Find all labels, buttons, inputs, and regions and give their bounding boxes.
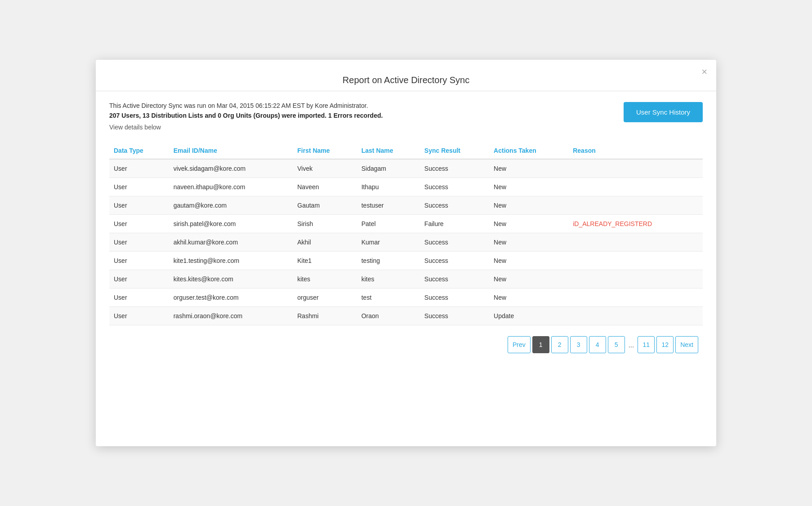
cell-first-name: Kite1	[293, 252, 357, 270]
cell-sync-result: Success	[420, 178, 489, 196]
cell-email: kites.kites@kore.com	[169, 270, 293, 289]
cell-data-type: User	[109, 289, 169, 307]
cell-sync-result: Success	[420, 196, 489, 215]
col-first-name: First Name	[293, 142, 357, 159]
cell-last-name: Sidagam	[357, 159, 420, 178]
cell-actions-taken: New	[489, 270, 568, 289]
table-row: Userkites.kites@kore.comkiteskitesSucces…	[109, 270, 703, 289]
cell-last-name: testing	[357, 252, 420, 270]
cell-sync-result: Success	[420, 233, 489, 252]
cell-data-type: User	[109, 252, 169, 270]
table-row: Userakhil.kumar@kore.comAkhilKumarSucces…	[109, 233, 703, 252]
page-11-button[interactable]: 11	[638, 336, 655, 353]
page-5-button[interactable]: 5	[608, 336, 625, 353]
modal-title: Report on Active Directory Sync	[107, 68, 705, 91]
page-1-button[interactable]: 1	[532, 336, 549, 353]
cell-last-name: testuser	[357, 196, 420, 215]
cell-actions-taken: New	[489, 159, 568, 178]
sync-table: Data Type Email ID/Name First Name Last …	[109, 142, 703, 325]
table-row: Userkite1.testing@kore.comKite1testingSu…	[109, 252, 703, 270]
table-row: Usergautam@kore.comGautamtestuserSuccess…	[109, 196, 703, 215]
cell-reason	[568, 289, 703, 307]
col-reason: Reason	[568, 142, 703, 159]
cell-email: vivek.sidagam@kore.com	[169, 159, 293, 178]
table-row: Uservivek.sidagam@kore.comVivekSidagamSu…	[109, 159, 703, 178]
table-body: Uservivek.sidagam@kore.comVivekSidagamSu…	[109, 159, 703, 325]
cell-first-name: kites	[293, 270, 357, 289]
cell-data-type: User	[109, 307, 169, 325]
cell-email: rashmi.oraon@kore.com	[169, 307, 293, 325]
cell-reason	[568, 307, 703, 325]
cell-actions-taken: New	[489, 233, 568, 252]
cell-first-name: Sirish	[293, 215, 357, 233]
sync-info-line1: This Active Directory Sync was run on Ma…	[109, 102, 383, 109]
col-email: Email ID/Name	[169, 142, 293, 159]
cell-first-name: Akhil	[293, 233, 357, 252]
cell-reason	[568, 233, 703, 252]
cell-last-name: Oraon	[357, 307, 420, 325]
cell-sync-result: Success	[420, 289, 489, 307]
col-last-name: Last Name	[357, 142, 420, 159]
col-actions-taken: Actions Taken	[489, 142, 568, 159]
cell-last-name: Kumar	[357, 233, 420, 252]
user-sync-history-button[interactable]: User Sync History	[624, 102, 703, 122]
col-sync-result: Sync Result	[420, 142, 489, 159]
cell-email: akhil.kumar@kore.com	[169, 233, 293, 252]
cell-reason	[568, 159, 703, 178]
table-row: Userorguser.test@kore.comorgusertestSucc…	[109, 289, 703, 307]
table-row: Usernaveen.ithapu@kore.comNaveenIthapuSu…	[109, 178, 703, 196]
cell-sync-result: Success	[420, 252, 489, 270]
table-header-row: Data Type Email ID/Name First Name Last …	[109, 142, 703, 159]
pagination: Prev 1 2 3 4 5 ... 11 12 Next	[109, 325, 703, 358]
cell-reason	[568, 252, 703, 270]
prev-button[interactable]: Prev	[508, 336, 531, 353]
page-12-button[interactable]: 12	[656, 336, 674, 353]
col-data-type: Data Type	[109, 142, 169, 159]
table-row: Userrashmi.oraon@kore.comRashmiOraonSucc…	[109, 307, 703, 325]
cell-first-name: Naveen	[293, 178, 357, 196]
cell-first-name: Gautam	[293, 196, 357, 215]
ellipsis: ...	[627, 341, 636, 349]
cell-last-name: Ithapu	[357, 178, 420, 196]
cell-actions-taken: New	[489, 289, 568, 307]
sync-table-wrapper: Data Type Email ID/Name First Name Last …	[109, 142, 703, 325]
cell-first-name: Vivek	[293, 159, 357, 178]
cell-first-name: orguser	[293, 289, 357, 307]
sync-info-line2: 207 Users, 13 Distribution Lists and 0 O…	[109, 112, 383, 119]
cell-data-type: User	[109, 196, 169, 215]
table-header: Data Type Email ID/Name First Name Last …	[109, 142, 703, 159]
table-row: Usersirish.patel@kore.comSirishPatelFail…	[109, 215, 703, 233]
cell-actions-taken: New	[489, 215, 568, 233]
cell-actions-taken: Update	[489, 307, 568, 325]
cell-data-type: User	[109, 178, 169, 196]
cell-email: naveen.ithapu@kore.com	[169, 178, 293, 196]
cell-email: kite1.testing@kore.com	[169, 252, 293, 270]
cell-sync-result: Failure	[420, 215, 489, 233]
cell-sync-result: Success	[420, 159, 489, 178]
info-section: This Active Directory Sync was run on Ma…	[109, 102, 703, 133]
cell-sync-result: Success	[420, 307, 489, 325]
cell-email: gautam@kore.com	[169, 196, 293, 215]
cell-reason	[568, 196, 703, 215]
cell-last-name: kites	[357, 270, 420, 289]
cell-data-type: User	[109, 270, 169, 289]
page-3-button[interactable]: 3	[570, 336, 587, 353]
cell-data-type: User	[109, 159, 169, 178]
next-button[interactable]: Next	[675, 336, 698, 353]
cell-actions-taken: New	[489, 252, 568, 270]
page-4-button[interactable]: 4	[589, 336, 606, 353]
cell-data-type: User	[109, 233, 169, 252]
cell-reason	[568, 178, 703, 196]
cell-data-type: User	[109, 215, 169, 233]
cell-email: orguser.test@kore.com	[169, 289, 293, 307]
cell-last-name: test	[357, 289, 420, 307]
modal-header: Report on Active Directory Sync ×	[96, 60, 716, 91]
report-modal: Report on Active Directory Sync × This A…	[96, 60, 716, 446]
view-details-text: View details below	[109, 124, 383, 131]
page-2-button[interactable]: 2	[551, 336, 568, 353]
modal-body: This Active Directory Sync was run on Ma…	[96, 91, 716, 367]
close-button[interactable]: ×	[701, 67, 707, 77]
cell-actions-taken: New	[489, 178, 568, 196]
cell-sync-result: Success	[420, 270, 489, 289]
cell-actions-taken: New	[489, 196, 568, 215]
